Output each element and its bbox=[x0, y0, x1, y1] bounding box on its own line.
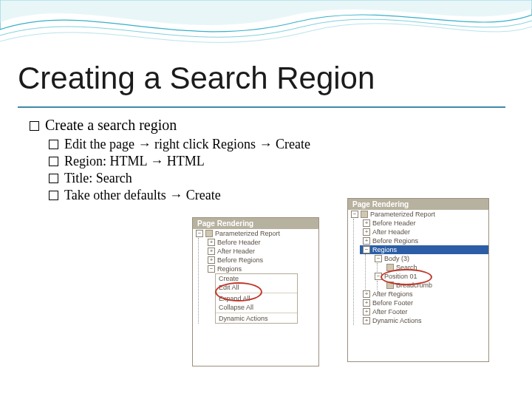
bullet-square-icon bbox=[49, 191, 58, 200]
expand-icon: + bbox=[363, 237, 370, 245]
menu-item-create[interactable]: Create bbox=[216, 274, 297, 283]
highlight-ring-icon bbox=[381, 269, 432, 285]
bullet-square-icon bbox=[49, 140, 58, 149]
tree-row: +Before Regions bbox=[360, 236, 488, 245]
tree-row: +Before Regions bbox=[205, 256, 318, 265]
screenshots-group: Page Rendering −Parameterized Report +Be… bbox=[192, 217, 502, 380]
bullet-lvl2: Title: Search bbox=[49, 171, 502, 186]
bullet-lvl1: Create a search region bbox=[30, 117, 502, 134]
panel-header: Page Rendering bbox=[348, 199, 488, 210]
tree-row-label: Before Footer bbox=[372, 299, 413, 307]
tree-row-label: After Regions bbox=[372, 290, 413, 298]
tree-row-label: Before Header bbox=[217, 239, 261, 246]
tree-children: +Before Header +After Header +Before Reg… bbox=[198, 238, 318, 324]
slide-title: Creating a Search Region bbox=[18, 61, 375, 96]
bullet-lvl2: Edit the page → right click Regions → Cr… bbox=[49, 137, 502, 152]
menu-item-label: Collapse All bbox=[219, 304, 253, 311]
menu-item-label: Create bbox=[219, 275, 239, 282]
page-rendering-panel-right: Page Rendering −Parameterized Report +Be… bbox=[347, 198, 489, 362]
expand-icon: + bbox=[208, 239, 215, 246]
tree-root: −Parameterized Report bbox=[193, 229, 318, 238]
collapse-icon: − bbox=[208, 265, 215, 273]
bullet-square-icon bbox=[49, 157, 58, 166]
tree-row: +Dynamic Actions bbox=[360, 316, 488, 325]
collapse-icon: − bbox=[196, 230, 203, 237]
menu-item-dynamic-actions[interactable]: Dynamic Actions bbox=[216, 314, 297, 323]
tree-row: +Before Header bbox=[360, 219, 488, 228]
page-rendering-panel-left: Page Rendering −Parameterized Report +Be… bbox=[192, 217, 319, 366]
page-icon bbox=[205, 230, 213, 237]
bullet-lvl2-text: Region: HTML → HTML bbox=[64, 154, 205, 168]
lvl2-group: Edit the page → right click Regions → Cr… bbox=[49, 137, 502, 203]
slide: Creating a Search Region Create a search… bbox=[0, 0, 532, 399]
bullet-lvl2: Region: HTML → HTML bbox=[49, 154, 502, 169]
expand-icon: + bbox=[363, 228, 370, 236]
collapse-icon: − bbox=[375, 255, 382, 262]
tree-row-label: Body (3) bbox=[384, 255, 409, 262]
tree-row-label: After Footer bbox=[372, 308, 408, 316]
collapse-icon: − bbox=[363, 246, 370, 253]
bullet-lvl2-text: Edit the page → right click Regions → Cr… bbox=[64, 137, 310, 151]
tree-root: −Parameterized Report bbox=[348, 210, 488, 219]
tree-row-label: Before Header bbox=[372, 219, 416, 227]
slide-body: Create a search region Edit the page → r… bbox=[30, 117, 502, 205]
tree-root-label: Parameterized Report bbox=[215, 230, 280, 237]
bullet-lvl1-text: Create a search region bbox=[45, 117, 177, 133]
expand-icon: + bbox=[208, 248, 215, 255]
tree-row: +Before Header bbox=[205, 238, 318, 247]
tree-row-label: Regions bbox=[217, 265, 242, 273]
tree-row: +Before Footer bbox=[360, 299, 488, 307]
tree-row: +After Footer bbox=[360, 307, 488, 316]
tree-row: −Body (3) bbox=[372, 254, 488, 263]
expand-icon: + bbox=[363, 299, 370, 307]
expand-icon: + bbox=[363, 308, 370, 316]
expand-icon: + bbox=[363, 290, 370, 298]
tree-row: +After Header bbox=[205, 247, 318, 256]
bullet-square-icon bbox=[49, 174, 58, 183]
tree-row-label: Before Regions bbox=[372, 237, 418, 245]
expand-icon: + bbox=[363, 317, 370, 324]
menu-item-label: Dynamic Actions bbox=[219, 315, 268, 322]
collapse-icon: − bbox=[351, 211, 358, 218]
tree-row-label: After Header bbox=[217, 248, 255, 255]
tree-row: +After Regions bbox=[360, 290, 488, 299]
tree-row-label: Dynamic Actions bbox=[372, 317, 422, 324]
tree-row-label: Before Regions bbox=[217, 256, 263, 264]
tree-row-selected[interactable]: −Regions bbox=[360, 245, 488, 254]
highlight-ring-icon bbox=[215, 282, 262, 301]
expand-icon: + bbox=[208, 256, 215, 264]
tree-row-label: Regions bbox=[372, 246, 397, 253]
menu-item-collapse-all[interactable]: Collapse All bbox=[216, 303, 297, 312]
page-icon bbox=[361, 211, 368, 218]
tree-row-label: After Header bbox=[372, 228, 410, 236]
tree-row: −Regions bbox=[205, 265, 318, 273]
bullet-lvl2-text: Take other defaults → Create bbox=[64, 188, 221, 202]
panel-header: Page Rendering bbox=[193, 218, 318, 229]
bullet-square-icon bbox=[30, 121, 39, 131]
menu-divider bbox=[216, 313, 297, 313]
wave-decoration bbox=[0, 0, 532, 66]
expand-icon: + bbox=[363, 219, 370, 227]
tree-row: +After Header bbox=[360, 228, 488, 236]
tree-root-label: Parameterized Report bbox=[370, 211, 435, 218]
title-underline bbox=[18, 106, 505, 108]
bullet-lvl2-text: Title: Search bbox=[64, 171, 132, 185]
